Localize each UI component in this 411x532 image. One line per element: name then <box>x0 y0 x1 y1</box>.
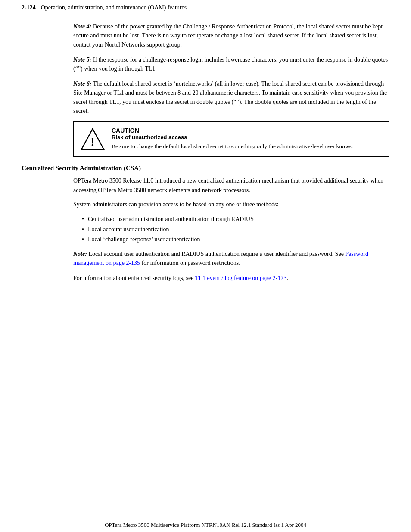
caution-box: ! CAUTION Risk of unauthorized access Be… <box>73 121 389 157</box>
tl1-event-log-link[interactable]: TL1 event / log feature on page 2-173 <box>195 275 287 281</box>
page-footer: OPTera Metro 3500 Multiservice Platform … <box>0 518 411 532</box>
bullet-item-1: Centralized user administration and auth… <box>82 215 389 224</box>
note-6-text: Note 6: The default local shared secret … <box>73 79 389 115</box>
note-4-text: Note 4: Because of the power granted by … <box>73 22 389 49</box>
caution-text-block: CAUTION Risk of unauthorized access Be s… <box>112 127 382 151</box>
note-4: Note 4: Because of the power granted by … <box>73 22 389 49</box>
note-5: Note 5: If the response for a challenge-… <box>73 55 389 73</box>
note-csa-text: Note: Local account user authentication … <box>73 249 389 268</box>
indented-content: Note 4: Because of the power granted by … <box>73 22 389 157</box>
note-csa-after-link: for information on password restrictions… <box>140 260 240 266</box>
bullet-item-2: Local account user authentication <box>82 225 389 234</box>
bullet-item-3: Local ‘challenge-response’ user authenti… <box>82 235 389 244</box>
note-5-text: Note 5: If the response for a challenge-… <box>73 55 389 73</box>
footer-text: OPTera Metro 3500 Multiservice Platform … <box>105 522 306 529</box>
page-content: Note 4: Because of the power granted by … <box>0 14 411 518</box>
page-number: 2-124 <box>22 4 36 11</box>
csa-para1: OPTera Metro 3500 Release 11.0 introduce… <box>73 176 389 195</box>
note-4-label: Note 4: <box>73 23 91 30</box>
note-6: Note 6: The default local shared secret … <box>73 79 389 115</box>
svg-text:!: ! <box>90 135 94 149</box>
caution-title: CAUTION <box>112 127 382 134</box>
note-5-label: Note 5: <box>73 56 91 63</box>
csa-bullet-list: Centralized user administration and auth… <box>82 215 389 244</box>
csa-para2: System administrators can provision acce… <box>73 200 389 209</box>
chapter-title: Operation, administration, and maintenan… <box>41 4 187 11</box>
section-heading-csa: Centralized Security Administration (CSA… <box>22 165 389 172</box>
para-logs-before: For information about enhanced security … <box>73 275 195 281</box>
page-header: 2-124 Operation, administration, and mai… <box>0 0 411 14</box>
note-csa-label: Note: <box>73 251 87 257</box>
caution-body: Be sure to change the default local shar… <box>112 142 382 151</box>
caution-triangle-icon: ! <box>81 127 105 151</box>
caution-icon: ! <box>81 127 105 151</box>
page: 2-124 Operation, administration, and mai… <box>0 0 411 532</box>
note-4-body: Because of the power granted by the Chal… <box>73 23 383 48</box>
para-logs: For information about enhanced security … <box>73 274 389 283</box>
caution-subtitle: Risk of unauthorized access <box>112 134 382 140</box>
note-csa-before-link: Local account user authentication and RA… <box>88 251 345 257</box>
para-logs-after: . <box>286 275 288 281</box>
csa-indented-content: OPTera Metro 3500 Release 11.0 introduce… <box>73 176 389 283</box>
note-csa: Note: Local account user authentication … <box>73 249 389 268</box>
note-6-label: Note 6: <box>73 81 91 87</box>
note-5-body: If the response for a challenge-response… <box>73 56 388 72</box>
note-6-body: The default local shared secret is ‘nort… <box>73 81 387 114</box>
